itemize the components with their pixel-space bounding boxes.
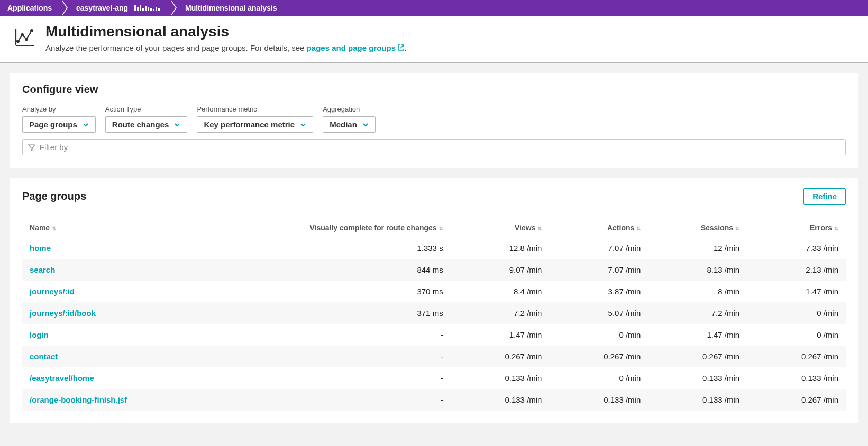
aggregation-label: Aggregation [323, 105, 376, 113]
action-type-label: Action Type [105, 105, 188, 113]
cell-name: home [22, 237, 302, 259]
analyze-by-label: Analyze by [22, 105, 96, 113]
filter-input[interactable] [40, 143, 840, 152]
col-views-label: Views [515, 224, 535, 232]
cell-views: 0.133 /min [451, 389, 550, 411]
table-row: journeys/:id370 ms8.4 /min3.87 /min8 /mi… [22, 281, 846, 302]
cell-actions: 0 /min [549, 324, 648, 346]
action-type-value: Route changes [112, 120, 169, 129]
breadcrumb-current: Multidimensional analysis [170, 0, 287, 16]
col-actions-label: Actions [607, 224, 634, 232]
table-row: login-1.47 /min0 /min1.47 /min0 /min [22, 324, 846, 346]
action-type-dropdown[interactable]: Route changes [105, 116, 188, 133]
cell-views: 7.2 /min [451, 302, 550, 324]
table-row: search844 ms9.07 /min7.07 /min8.13 /min2… [22, 259, 846, 281]
sort-icon: ⇅ [52, 226, 56, 231]
page-group-link[interactable]: journeys/:id/book [30, 309, 96, 318]
col-sessions[interactable]: Sessions⇅ [648, 218, 747, 237]
cell-name: journeys/:id [22, 281, 302, 302]
cell-errors: 7.33 /min [747, 237, 846, 259]
aggregation-value: Median [330, 120, 357, 129]
cell-name: /orange-booking-finish.jsf [22, 389, 302, 411]
page-group-link[interactable]: journeys/:id [30, 287, 75, 296]
analyze-by-dropdown[interactable]: Page groups [22, 116, 96, 133]
cell-sessions: 8 /min [648, 281, 747, 302]
cell-name: search [22, 259, 302, 281]
cell-views: 9.07 /min [451, 259, 550, 281]
refine-button[interactable]: Refine [803, 188, 846, 205]
subtitle-pre: Analyze the performance of your pages an… [45, 43, 307, 52]
docs-link[interactable]: pages and page groups [307, 43, 405, 52]
cell-vc: 370 ms [302, 281, 450, 302]
action-type-group: Action Type Route changes [105, 105, 188, 133]
cell-errors: 0 /min [747, 324, 846, 346]
perf-metric-group: Performance metric Key performance metri… [197, 105, 313, 133]
cell-views: 12.8 /min [451, 237, 550, 259]
cell-vc: 1.333 s [302, 237, 450, 259]
configure-view-card: Configure view Analyze by Page groups Ac… [10, 73, 858, 168]
table-row: journeys/:id/book371 ms7.2 /min5.07 /min… [22, 302, 846, 324]
cell-sessions: 0.267 /min [648, 346, 747, 367]
svg-point-0 [17, 40, 19, 42]
cell-views: 1.47 /min [451, 324, 550, 346]
aggregation-dropdown[interactable]: Median [323, 116, 376, 133]
col-errors[interactable]: Errors⇅ [747, 218, 846, 237]
cell-sessions: 0.133 /min [648, 389, 747, 411]
cell-actions: 0.267 /min [549, 346, 648, 367]
docs-link-text: pages and page groups [307, 43, 396, 52]
cell-name: journeys/:id/book [22, 302, 302, 324]
chevron-down-icon [362, 122, 369, 128]
results-card: Page groups Refine Name⇅ Visually comple… [10, 178, 858, 423]
filter-bar[interactable] [22, 139, 846, 155]
sort-icon: ⇅ [735, 226, 739, 231]
page-group-link[interactable]: /orange-booking-finish.jsf [30, 395, 127, 404]
sparkline-icon [134, 4, 161, 11]
breadcrumb-applications[interactable]: Applications [0, 0, 61, 16]
page-group-link[interactable]: search [30, 265, 55, 274]
sort-icon: ⇅ [439, 226, 443, 231]
chevron-down-icon [300, 122, 306, 128]
cell-actions: 0.133 /min [549, 389, 648, 411]
page-group-link[interactable]: home [30, 244, 51, 253]
page-group-link[interactable]: contact [30, 352, 58, 361]
sort-icon: ⇅ [537, 226, 542, 231]
cell-errors: 0.267 /min [747, 346, 846, 367]
results-table: Name⇅ Visually complete for route change… [22, 218, 846, 411]
cell-actions: 5.07 /min [549, 302, 648, 324]
col-actions[interactable]: Actions⇅ [549, 218, 648, 237]
cell-sessions: 1.47 /min [648, 324, 747, 346]
page-header: Multidimensional analysis Analyze the pe… [0, 16, 868, 63]
cell-errors: 0.267 /min [747, 389, 846, 411]
perf-metric-dropdown[interactable]: Key performance metric [197, 116, 313, 133]
cell-views: 0.267 /min [451, 346, 550, 367]
col-views[interactable]: Views⇅ [451, 218, 550, 237]
breadcrumb-current-label: Multidimensional analysis [185, 4, 277, 12]
cell-actions: 7.07 /min [549, 237, 648, 259]
cell-actions: 0 /min [549, 367, 648, 389]
cell-sessions: 7.2 /min [648, 302, 747, 324]
table-row: home1.333 s12.8 /min7.07 /min12 /min7.33… [22, 237, 846, 259]
page-subtitle: Analyze the performance of your pages an… [45, 43, 406, 52]
cell-name: contact [22, 346, 302, 367]
chevron-down-icon [83, 122, 89, 128]
cell-sessions: 0.133 /min [648, 367, 747, 389]
col-sessions-label: Sessions [701, 224, 733, 232]
svg-point-1 [21, 34, 23, 36]
cell-vc: - [302, 389, 450, 411]
breadcrumb-root-label: Applications [7, 4, 52, 12]
filter-icon [28, 144, 35, 151]
table-row: contact-0.267 /min0.267 /min0.267 /min0.… [22, 346, 846, 367]
page-group-link[interactable]: login [30, 330, 49, 339]
svg-point-3 [31, 30, 33, 32]
col-errors-label: Errors [810, 224, 832, 232]
col-name[interactable]: Name⇅ [22, 218, 302, 237]
col-name-label: Name [30, 224, 50, 232]
cell-vc: 844 ms [302, 259, 450, 281]
cell-vc: 371 ms [302, 302, 450, 324]
col-vc[interactable]: Visually complete for route changes⇅ [302, 218, 450, 237]
cell-errors: 2.13 /min [747, 259, 846, 281]
cell-name: /easytravel/home [22, 367, 302, 389]
page-group-link[interactable]: /easytravel/home [30, 374, 94, 383]
configure-title: Configure view [22, 83, 846, 96]
breadcrumb-app[interactable]: easytravel-ang [61, 0, 170, 16]
